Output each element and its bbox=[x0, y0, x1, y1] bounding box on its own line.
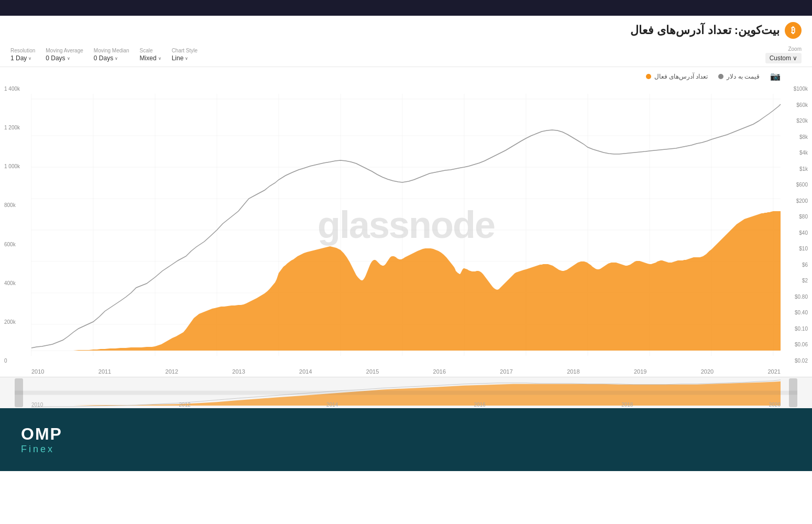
chart-title: بیت‌کوین: تعداد آدرس‌های فعال bbox=[630, 24, 780, 37]
x-label-2012: 2012 bbox=[166, 368, 178, 375]
y-right-label-10: $10 bbox=[799, 246, 808, 252]
y-axis-left: 1 400k 1 200k 1 000k 800k 600k 400k 200k… bbox=[4, 83, 20, 366]
mini-x-2010: 2010 bbox=[31, 402, 43, 408]
y-right-label-4: $4k bbox=[799, 150, 808, 156]
x-label-2021: 2021 bbox=[767, 368, 780, 375]
moving-average-control[interactable]: Moving Average 0 Days ∨ bbox=[46, 48, 83, 62]
brand-omp-text: OMP bbox=[21, 424, 62, 444]
x-label-2014: 2014 bbox=[299, 368, 312, 375]
x-label-2016: 2016 bbox=[433, 368, 446, 375]
y-right-label-2: $20k bbox=[796, 118, 808, 124]
y-right-label-5: $1k bbox=[799, 166, 808, 172]
bitcoin-icon: ₿ bbox=[785, 22, 802, 39]
y-right-label-0: $100k bbox=[794, 86, 808, 92]
x-label-2011: 2011 bbox=[98, 368, 111, 375]
mini-x-2014: 2014 bbox=[326, 402, 338, 408]
resolution-label: Resolution bbox=[10, 48, 35, 53]
x-label-2019: 2019 bbox=[634, 368, 646, 375]
y-right-label-8: $80 bbox=[799, 214, 808, 220]
mini-x-2020: 2020 bbox=[769, 402, 781, 408]
y-right-label-17: $0.02 bbox=[795, 358, 808, 364]
svg-rect-26 bbox=[15, 391, 797, 395]
chart-style-control[interactable]: Chart Style Line ∨ bbox=[172, 48, 197, 62]
active-addresses-area bbox=[31, 211, 781, 351]
resolution-control[interactable]: Resolution 1 Day ∨ bbox=[10, 48, 35, 62]
y-right-label-12: $2 bbox=[802, 278, 808, 283]
active-addresses-label: تعداد آدرس‌های فعال bbox=[654, 73, 708, 80]
scale-control[interactable]: Scale Mixed ∨ bbox=[140, 48, 161, 62]
y-left-label-7: 0 bbox=[4, 358, 20, 364]
x-label-2020: 2020 bbox=[701, 368, 714, 375]
main-chart-svg bbox=[0, 83, 812, 366]
price-usd-dot bbox=[718, 74, 723, 79]
y-right-label-9: $40 bbox=[799, 230, 808, 236]
legend-price-usd: قیمت به دلار bbox=[718, 73, 760, 80]
moving-median-control[interactable]: Moving Median 0 Days ∨ bbox=[94, 48, 129, 62]
y-right-label-1: $60k bbox=[796, 102, 808, 108]
mini-x-2012: 2012 bbox=[179, 402, 191, 408]
scale-value[interactable]: Mixed ∨ bbox=[140, 54, 161, 62]
y-right-label-13: $0.80 bbox=[795, 294, 808, 300]
y-right-label-14: $0.40 bbox=[795, 310, 808, 315]
y-left-label-4: 600k bbox=[4, 242, 20, 247]
y-left-label-6: 200k bbox=[4, 319, 20, 325]
brand-finex-text: Finex bbox=[21, 444, 62, 455]
y-axis-right: $100k $60k $20k $8k $4k $1k $600 $200 $8… bbox=[794, 83, 808, 366]
y-right-label-6: $600 bbox=[796, 182, 808, 188]
mini-x-2016: 2016 bbox=[474, 402, 486, 408]
price-usd-label: قیمت به دلار bbox=[727, 73, 760, 80]
y-right-label-15: $0.10 bbox=[795, 326, 808, 332]
x-label-2018: 2018 bbox=[567, 368, 579, 375]
legend-bar: تعداد آدرس‌های فعال قیمت به دلار 📷 bbox=[0, 67, 812, 83]
brand-logo: OMP Finex bbox=[21, 424, 62, 455]
moving-average-label: Moving Average bbox=[46, 48, 83, 53]
moving-median-value[interactable]: 0 Days ∨ bbox=[94, 54, 129, 62]
y-right-label-16: $0.06 bbox=[795, 342, 808, 347]
moving-median-chevron: ∨ bbox=[115, 56, 118, 61]
camera-icon[interactable]: 📷 bbox=[770, 71, 781, 81]
chart-style-label: Chart Style bbox=[172, 48, 197, 53]
zoom-value[interactable]: Custom ∨ bbox=[765, 53, 802, 63]
title-bar: بیت‌کوین: تعداد آدرس‌های فعال ₿ bbox=[0, 16, 812, 43]
y-right-label-11: $6 bbox=[802, 262, 808, 268]
controls-bar: Resolution 1 Day ∨ Moving Average 0 Days… bbox=[0, 43, 812, 67]
resolution-value[interactable]: 1 Day ∨ bbox=[10, 54, 35, 62]
moving-average-chevron: ∨ bbox=[67, 56, 70, 61]
y-right-label-3: $8k bbox=[799, 134, 808, 140]
y-left-label-0: 1 400k bbox=[4, 86, 20, 92]
resolution-chevron: ∨ bbox=[28, 56, 31, 61]
active-addresses-dot bbox=[646, 74, 651, 79]
y-left-label-3: 800k bbox=[4, 202, 20, 208]
top-bar bbox=[0, 0, 812, 16]
y-left-label-5: 400k bbox=[4, 280, 20, 286]
zoom-chevron: ∨ bbox=[793, 54, 797, 62]
x-label-2015: 2015 bbox=[366, 368, 379, 375]
mini-chart: 2010 2012 2014 2016 2018 2020 bbox=[0, 377, 812, 408]
scale-chevron: ∨ bbox=[158, 56, 161, 61]
x-axis: 2010 2011 2012 2013 2014 2015 2016 2017 … bbox=[0, 366, 812, 377]
brand-bar: OMP Finex bbox=[0, 408, 812, 471]
y-right-label-7: $200 bbox=[796, 198, 808, 204]
moving-average-value[interactable]: 0 Days ∨ bbox=[46, 54, 83, 62]
zoom-control[interactable]: Zoom Custom ∨ bbox=[765, 46, 802, 63]
mini-x-2018: 2018 bbox=[621, 402, 633, 408]
chart-style-value[interactable]: Line ∨ bbox=[172, 54, 197, 62]
zoom-label: Zoom bbox=[788, 46, 802, 52]
scale-label: Scale bbox=[140, 48, 161, 53]
x-label-2010: 2010 bbox=[31, 368, 44, 375]
legend-active-addresses: تعداد آدرس‌های فعال bbox=[646, 73, 708, 80]
chart-area: glassnode 1 400k 1 200k 1 000k 800k 600k… bbox=[0, 83, 812, 366]
y-left-label-1: 1 200k bbox=[4, 125, 20, 130]
moving-median-label: Moving Median bbox=[94, 48, 129, 53]
y-left-label-2: 1 000k bbox=[4, 163, 20, 169]
x-label-2013: 2013 bbox=[232, 368, 245, 375]
x-label-2017: 2017 bbox=[500, 368, 512, 375]
chart-style-chevron: ∨ bbox=[185, 56, 188, 61]
